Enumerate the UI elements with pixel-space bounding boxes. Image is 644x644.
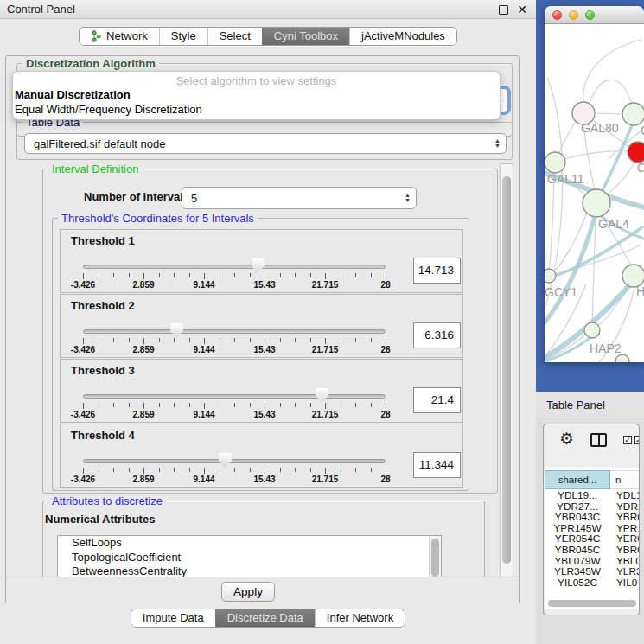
checkbox-icon[interactable]: ✓ [634, 436, 640, 444]
slider-tick-label: 21.715 [312, 280, 339, 290]
tab-select[interactable]: Select [207, 28, 262, 45]
close-icon[interactable]: ✕ [517, 3, 527, 16]
scrollbar-thumb[interactable] [502, 176, 511, 564]
slider-tick-label: 9.144 [193, 475, 214, 484]
graph-node-gal11[interactable] [545, 152, 565, 173]
slider-tick [204, 338, 205, 344]
split-view-icon[interactable] [590, 433, 607, 447]
slider-tick [99, 273, 99, 277]
slider-tick [265, 403, 265, 409]
table-row[interactable]: YBR045CYBR0 [545, 545, 640, 556]
slider-tick [189, 403, 190, 407]
apply-button[interactable]: Apply [221, 582, 275, 602]
graph-node[interactable] [615, 354, 629, 362]
slider-tick-label: 28 [380, 280, 390, 290]
numerical-attributes-list[interactable]: SelfLoopsTopologicalCoefficientBetweenne… [57, 535, 442, 577]
node-label: C [637, 161, 644, 175]
threshold-value-field[interactable]: 14.713 [413, 258, 461, 284]
horizontal-scrollbar[interactable] [545, 599, 640, 608]
list-item-topologicalcoefficient[interactable]: TopologicalCoefficient [58, 551, 441, 565]
list-scrollbar[interactable] [429, 536, 441, 577]
scrollbar-thumb[interactable] [431, 539, 439, 577]
slider-track[interactable] [83, 265, 386, 269]
graph-edge [592, 218, 596, 322]
cell-name: YLR3 [610, 566, 640, 577]
slider-tick [295, 468, 296, 472]
tab-network[interactable]: Network [80, 28, 159, 45]
slider-tick-label: 21.715 [312, 345, 339, 354]
threshold-value-field[interactable]: 6.316 [413, 322, 461, 348]
graph-edge [590, 80, 632, 105]
slider-thumb[interactable] [170, 323, 183, 338]
tab-style[interactable]: Style [159, 28, 207, 45]
minimize-light[interactable] [569, 10, 578, 20]
combo-stepper-icon[interactable]: ▲▼ [405, 193, 411, 203]
slider-tick [143, 273, 144, 279]
cell-name: YPR1 [610, 523, 640, 534]
list-item-betweennesscentrality[interactable]: BetweennessCentrality [58, 564, 441, 577]
node-label: GA [641, 124, 644, 137]
slider-tick-label: 9.144 [193, 345, 214, 354]
group-title: Threshold's Coordinates for 5 Intervals [58, 212, 258, 225]
graph-node-gcy1[interactable] [545, 269, 556, 283]
slider-thumb[interactable] [219, 453, 232, 468]
table-row[interactable]: YLR345WYLR3 [545, 566, 640, 577]
slider-tick [83, 403, 84, 409]
table-data-combobox[interactable]: galFiltered.sif default node ▲▼ [24, 133, 507, 154]
graph-node-ga[interactable] [622, 103, 644, 125]
tab-jactivemnodules[interactable]: jActiveMNodules [349, 28, 456, 45]
tab-discretize-data[interactable]: Discretize Data [215, 609, 315, 627]
cell-name: YDL1 [610, 490, 640, 501]
graph-node-c[interactable] [628, 142, 644, 163]
tab-cyni-toolbox[interactable]: Cyni Toolbox [262, 28, 349, 45]
slider-tick-label: 21.715 [312, 410, 339, 419]
slider-thumb[interactable] [316, 388, 328, 403]
slider-thumb[interactable] [252, 258, 265, 273]
slider-tick-label: 15.43 [253, 410, 275, 419]
slider-track[interactable] [83, 459, 386, 463]
slider-tick [371, 468, 372, 472]
slider-tick [83, 273, 84, 279]
threshold-value-field[interactable]: 21.4 [413, 387, 461, 413]
threshold-panel: Threshold 1-3.4262.8599.14415.4321.71528… [60, 229, 463, 293]
slider-tick-label: -3.426 [71, 410, 95, 419]
node-label: HAP2 [590, 341, 622, 355]
checkbox-icon[interactable]: ✓ [623, 436, 632, 444]
column-header-shared-name[interactable]: shared... [545, 470, 610, 489]
table-row[interactable]: YDL19...YDL1 [545, 490, 640, 501]
node-label: GAL4 [598, 217, 629, 231]
list-item-selfloops[interactable]: SelfLoops [58, 536, 441, 551]
slider-tick [386, 468, 386, 474]
slider-tick [310, 468, 311, 472]
table-row[interactable]: YIL052CYIL0 [545, 577, 640, 587]
interval-definition-group: Interval Definition Number of Intervals … [42, 169, 498, 494]
number-of-intervals-combobox[interactable]: 5 ▲▼ [182, 187, 417, 209]
column-header-name[interactable]: n [610, 470, 640, 489]
cell-shared-name: YIL052C [545, 577, 610, 587]
panel-scrollbar[interactable] [500, 163, 513, 577]
scrollbar-thumb[interactable] [548, 600, 636, 607]
tab-label: Network [106, 29, 148, 43]
graph-node-hap2[interactable] [584, 322, 600, 338]
slider-tick [310, 338, 311, 342]
tab-infer-network[interactable]: Infer Network [315, 609, 405, 627]
zoom-light[interactable] [585, 10, 595, 20]
network-canvas[interactable]: GAL80GACGAL11GAL4GCY1HHAP2 [545, 24, 644, 362]
float-window-icon[interactable] [499, 5, 508, 15]
gear-icon[interactable]: ⚙ [559, 430, 574, 449]
graph-node-gal4[interactable] [583, 189, 610, 217]
table-panel-body: ⚙ ✓ ✓ shared... n YDL19...YDL1YDR27...YD… [536, 419, 644, 644]
combo-stepper-icon[interactable]: ▲▼ [494, 138, 501, 149]
threshold-value-field[interactable]: 11.344 [413, 452, 461, 478]
slider-track[interactable] [83, 394, 386, 399]
tab-impute-data[interactable]: Impute Data [131, 609, 215, 627]
dropdown-option-manual-discretization[interactable]: Manual Discretization [13, 88, 500, 103]
slider-track[interactable] [83, 329, 386, 334]
tab-label: Impute Data [143, 611, 204, 625]
slider-tick [220, 273, 220, 277]
network-icon [91, 30, 102, 42]
dropdown-option-equal-width-frequency[interactable]: Equal Width/Frequency Discretization [13, 103, 500, 118]
close-light[interactable] [552, 10, 562, 20]
table-row[interactable]: YBR043CYBR0 [545, 512, 640, 523]
slider-tick [143, 403, 144, 409]
